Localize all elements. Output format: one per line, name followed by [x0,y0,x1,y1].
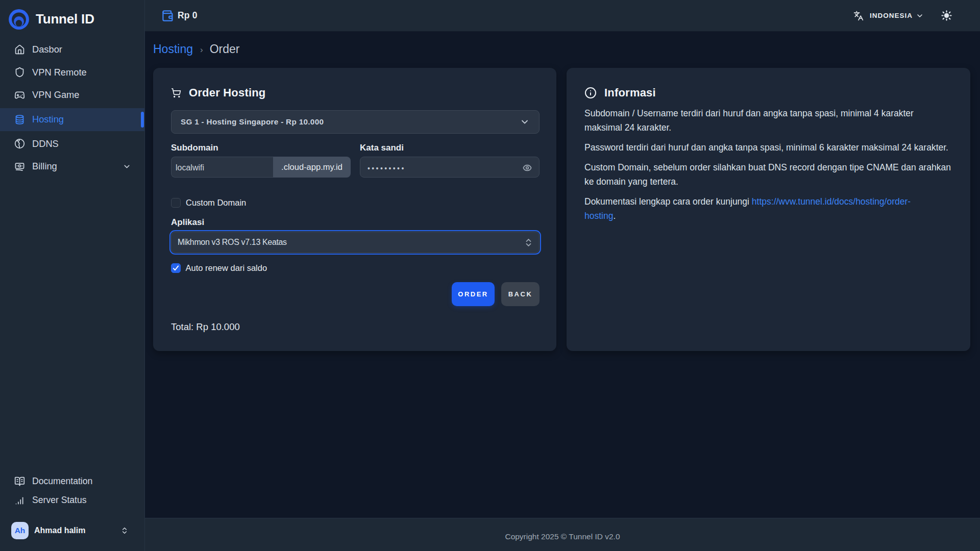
breadcrumb-current: Order [210,42,240,56]
database-icon [14,114,25,125]
cards-row: Order Hosting SG 1 - Hosting Singapore -… [153,68,970,351]
auto-renew-checkbox[interactable] [171,263,181,273]
info-paragraph-documentation: Dokumentasi lengkap cara order kunjungi … [584,194,953,223]
footer: Copyright 2025 © Tunnel ID v2.0 [145,518,980,551]
sidebar-item-label: Billing [32,161,57,172]
user-menu[interactable]: Ah Ahmad halim [0,522,144,539]
subdomain-input[interactable]: localwifi [171,157,273,178]
sun-icon [941,10,952,21]
sidebar-item-label: VPN Remote [32,67,87,78]
subdomain-label: Subdomain [171,143,351,153]
languages-icon [853,11,864,21]
sidebar-item-vpn-remote[interactable]: VPN Remote [0,61,144,84]
sidebar-item-server-status[interactable]: Server Status [0,491,144,510]
page-content: Hosting › Order Order Hosting SG 1 - Hos… [145,32,980,518]
globe-icon [14,138,25,149]
subdomain-suffix: .cloud-app.my.id [273,157,351,178]
sidebar-item-label: Documentation [32,476,92,487]
copyright-text: Copyright 2025 © Tunnel ID v2.0 [505,532,620,541]
breadcrumb-separator: › [200,45,203,55]
active-indicator [141,112,144,128]
plan-select-value: SG 1 - Hosting Singapore - Rp 10.000 [181,117,324,127]
form-fields-row: Subdomain localwifi .cloud-app.my.id Kat… [171,143,540,178]
banknotes-icon [14,161,25,172]
balance-amount: Rp 0 [178,10,198,21]
topbar: Rp 0 INDONESIA [145,0,980,32]
check-icon [172,264,180,272]
book-open-icon [14,476,25,487]
input-row: localwifi .cloud-app.my.id [171,157,351,178]
sidebar-item-label: DDNS [32,138,59,149]
sidebar-footer-nav: Documentation Server Status [0,472,144,510]
card-header: Order Hosting [171,86,540,99]
order-hosting-card: Order Hosting SG 1 - Hosting Singapore -… [153,68,556,351]
brand-name: Tunnel ID [36,11,94,27]
info-paragraph-subdomain: Subdomain / Username terdiri dari huruf … [584,106,953,135]
sidebar-spacer [0,178,144,472]
application-select[interactable]: Mikhmon v3 ROS v7.13 Keatas [171,232,540,253]
card-header: Informasi [584,86,953,99]
custom-domain-row: Custom Domain [171,198,540,208]
breadcrumb-hosting-link[interactable]: Hosting [153,42,193,56]
auto-renew-row: Auto renew dari saldo [171,263,540,273]
brand[interactable]: Tunnel ID [0,0,144,38]
cart-icon [171,88,181,98]
chevron-down-icon [520,117,530,127]
sidebar-item-vpn-game[interactable]: VPN Game [0,84,144,107]
custom-domain-checkbox[interactable] [171,198,181,208]
plan-select[interactable]: SG 1 - Hosting Singapore - Rp 10.000 [171,110,540,134]
tunnel-id-logo-icon [9,9,29,30]
sidebar-item-documentation[interactable]: Documentation [0,472,144,491]
order-button[interactable]: ORDER [452,282,495,306]
gamepad-icon [14,90,25,101]
language-label: INDONESIA [870,12,913,19]
back-button[interactable]: BACK [501,282,540,306]
total-price: Total: Rp 10.000 [171,321,540,333]
chevron-down-icon [916,12,924,20]
eye-icon [523,163,532,172]
signal-bars-icon [14,495,25,506]
sidebar-item-label: VPN Game [32,89,79,101]
sidebar-nav: Dasbor VPN Remote VPN Game Hosting [0,38,144,178]
buttons-row: ORDER BACK [171,282,540,306]
avatar: Ah [11,522,29,539]
shield-icon [14,67,25,78]
password-label: Kata sandi [360,143,540,153]
auto-renew-label: Auto renew dari saldo [186,263,267,273]
subdomain-suffix-text: .cloud-app.my.id [281,162,342,172]
input-row: ••••••••• [360,157,540,178]
subdomain-value: localwifi [176,163,204,172]
info-card-body: Subdomain / Username terdiri dari huruf … [584,106,953,223]
home-icon [14,44,25,55]
sidebar-item-hosting[interactable]: Hosting [0,108,144,131]
language-selector[interactable]: INDONESIA [853,11,924,21]
info-icon [584,87,597,99]
chevrons-up-down-icon [120,527,129,535]
sidebar-item-label: Server Status [32,495,87,506]
info-paragraph-password: Password terdiri dari huruf dan angka ta… [584,140,953,155]
toggle-password-visibility[interactable] [523,163,532,172]
main-column: Rp 0 INDONESIA [145,0,980,551]
sidebar-item-label: Hosting [32,114,64,125]
breadcrumb: Hosting › Order [153,42,970,56]
custom-domain-label: Custom Domain [186,198,246,208]
sidebar-item-dasbor[interactable]: Dasbor [0,38,144,61]
theme-toggle[interactable] [941,10,952,21]
password-input[interactable]: ••••••••• [360,157,540,178]
topbar-right: INDONESIA [853,10,952,21]
form-field: Kata sandi ••••••••• [360,143,540,178]
sidebar-item-label: Dasbor [32,44,62,55]
user-name: Ahmad halim [34,526,85,535]
balance-button[interactable]: Rp 0 [162,10,198,22]
password-masked-value: ••••••••• [368,162,406,172]
sidebar: Tunnel ID Dasbor VPN Remote VPN Game [0,0,145,551]
form-field: Subdomain localwifi .cloud-app.my.id [171,143,351,178]
wallet-icon [162,10,174,22]
chevron-down-icon [122,162,131,171]
sidebar-item-ddns[interactable]: DDNS [0,133,144,156]
chevrons-up-down-icon [524,238,533,247]
sidebar-item-billing[interactable]: Billing [0,155,144,178]
application-select-value: Mikhmon v3 ROS v7.13 Keatas [178,238,287,247]
information-card: Informasi Subdomain / Username terdiri d… [567,68,970,351]
info-paragraph-custom-domain: Custom Domain, sebelum order silahkan bu… [584,160,953,189]
